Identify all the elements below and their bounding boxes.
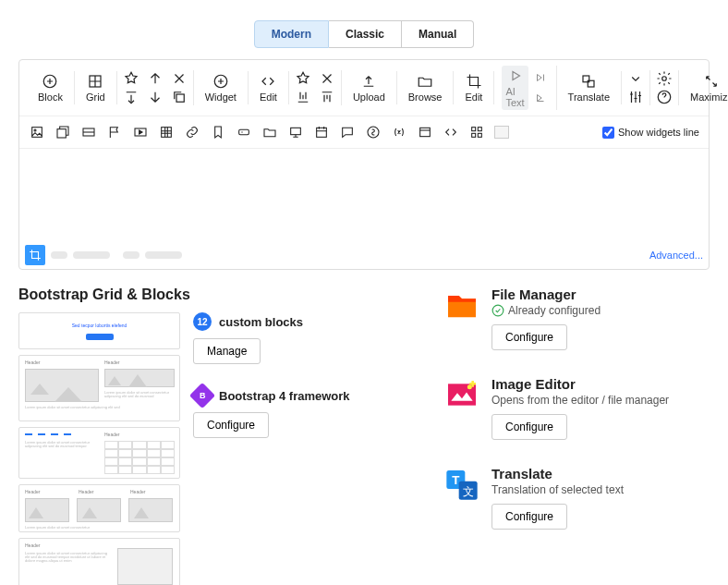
thumb-three-images[interactable]: Header Header Header Lorem ipsum dolor s… xyxy=(18,484,180,532)
bootstrap-label: Bootstrap 4 framework xyxy=(219,389,350,403)
edit-image-button[interactable]: Edit xyxy=(461,71,486,104)
presentation-icon[interactable] xyxy=(287,124,304,140)
thumb-text-grid[interactable]: Header Lorem ipsum dolor sit amet consec… xyxy=(18,427,180,479)
star-icon[interactable] xyxy=(295,70,311,87)
configure-translate-button[interactable]: Configure xyxy=(491,504,567,530)
editor-canvas[interactable]: Advanced... xyxy=(19,149,709,269)
gear-icon[interactable] xyxy=(656,70,673,87)
tab-manual[interactable]: Manual xyxy=(402,20,474,48)
code-small-icon[interactable] xyxy=(443,124,459,140)
folder-small-icon[interactable] xyxy=(261,124,278,140)
svg-point-9 xyxy=(34,129,36,131)
svg-rect-10 xyxy=(57,129,66,138)
svg-point-25 xyxy=(467,384,472,389)
aitext-label: AI Text xyxy=(505,86,524,108)
manage-button[interactable]: Manage xyxy=(193,338,261,364)
translate-title: Translate xyxy=(491,466,624,481)
svg-rect-19 xyxy=(472,128,476,131)
upload-button[interactable]: Upload xyxy=(349,71,389,104)
thumb-two-col-images[interactable]: Header Header Lorem ipsum dolor sit amet… xyxy=(18,355,180,421)
show-widgets-line-checkbox[interactable]: Show widgets line xyxy=(602,127,699,139)
blocks-count-badge: 12 xyxy=(193,312,212,331)
translate-feature-icon: T文 xyxy=(443,466,480,503)
configure-file-manager-button[interactable]: Configure xyxy=(491,324,567,350)
comment-icon[interactable] xyxy=(339,124,356,140)
tag-icon[interactable] xyxy=(236,124,252,140)
close-icon[interactable] xyxy=(319,70,335,87)
edit2-label: Edit xyxy=(465,91,482,103)
box-icon[interactable] xyxy=(494,126,509,139)
section-title: Bootstrap Grid & Blocks xyxy=(18,286,416,303)
video-icon[interactable] xyxy=(132,124,149,140)
image-editor-sub: Opens from the editor / file manager xyxy=(491,394,669,407)
gallery-icon[interactable] xyxy=(55,124,71,140)
star-icon[interactable] xyxy=(123,70,140,87)
help-icon[interactable] xyxy=(656,89,673,105)
toolbar-row-widgets: Show widgets line xyxy=(19,116,709,149)
canvas-footer: Advanced... xyxy=(19,241,709,269)
svg-rect-2 xyxy=(176,94,184,102)
plus-circle-icon xyxy=(42,73,58,90)
number-icon[interactable] xyxy=(365,124,382,140)
canvas-crop-button[interactable] xyxy=(25,245,45,265)
configure-image-editor-button[interactable]: Configure xyxy=(491,414,567,440)
block-button[interactable]: Block xyxy=(34,71,67,104)
svg-text:文: 文 xyxy=(463,485,474,497)
link-icon[interactable] xyxy=(184,124,200,140)
maximize-button[interactable]: Maximize xyxy=(686,71,728,104)
copy-icon[interactable] xyxy=(171,89,188,105)
align-top-icon[interactable] xyxy=(319,89,335,105)
thumb-text-image[interactable]: Header Lorem ipsum dolor sit amet consec… xyxy=(18,538,180,585)
show-widgets-checkbox-input[interactable] xyxy=(602,127,614,139)
block-label: Block xyxy=(38,91,63,103)
variable-icon[interactable] xyxy=(391,124,407,140)
ai-text-button[interactable]: AI Text xyxy=(502,66,528,110)
configure-bootstrap-button[interactable]: Configure xyxy=(193,412,269,438)
widget-button[interactable]: Widget xyxy=(201,71,240,104)
svg-point-6 xyxy=(662,77,667,81)
upload-label: Upload xyxy=(353,91,385,103)
advanced-link[interactable]: Advanced... xyxy=(649,250,703,261)
arrow-up-icon[interactable] xyxy=(147,70,164,87)
bookmark-icon[interactable] xyxy=(210,124,226,140)
editor-toolbar: Block Grid Widget xyxy=(18,59,710,270)
svg-rect-22 xyxy=(478,133,481,137)
image-icon[interactable] xyxy=(29,124,45,140)
custom-blocks-label: custom blocks xyxy=(219,315,303,329)
editor-mode-tabs: Modern Classic Manual xyxy=(0,20,728,48)
bootstrap-badge: B xyxy=(189,383,215,408)
table-icon[interactable] xyxy=(158,124,175,140)
play-icon xyxy=(507,67,524,84)
canvas-indicator xyxy=(123,251,140,259)
sliders-icon[interactable] xyxy=(627,89,644,105)
play-small-1-icon[interactable] xyxy=(532,69,549,86)
svg-rect-18 xyxy=(420,128,431,136)
align-bottom-icon[interactable] xyxy=(295,89,311,105)
canvas-indicator xyxy=(73,251,110,259)
qr-icon[interactable] xyxy=(468,124,485,140)
browse-button[interactable]: Browse xyxy=(405,71,446,104)
browse-label: Browse xyxy=(408,91,443,103)
export-icon[interactable] xyxy=(123,89,140,105)
block-thumbnails: Sed tecpor lobortis elefend Header Heade… xyxy=(18,312,180,585)
grid-button[interactable]: Grid xyxy=(82,71,109,104)
chevron-down-icon[interactable] xyxy=(627,70,644,87)
thumb-hero[interactable]: Sed tecpor lobortis elefend xyxy=(18,312,180,349)
svg-point-23 xyxy=(492,305,504,316)
browser-icon[interactable] xyxy=(417,124,433,140)
plus-circle-icon xyxy=(212,73,229,90)
maximize-label: Maximize xyxy=(690,91,728,103)
tab-modern[interactable]: Modern xyxy=(254,20,329,48)
play-small-2-icon[interactable] xyxy=(532,90,549,106)
image-editor-icon xyxy=(443,376,480,413)
calendar-icon[interactable] xyxy=(313,124,330,140)
arrow-down-icon[interactable] xyxy=(147,89,164,105)
slider-icon[interactable] xyxy=(80,124,97,140)
close-icon[interactable] xyxy=(171,70,188,87)
translate-icon xyxy=(580,73,597,90)
translate-sub: Translation of selected text xyxy=(491,483,624,496)
translate-button[interactable]: Translate xyxy=(564,71,613,104)
tab-classic[interactable]: Classic xyxy=(329,20,402,48)
flag-icon[interactable] xyxy=(106,124,123,140)
edit-button[interactable]: Edit xyxy=(256,71,281,104)
